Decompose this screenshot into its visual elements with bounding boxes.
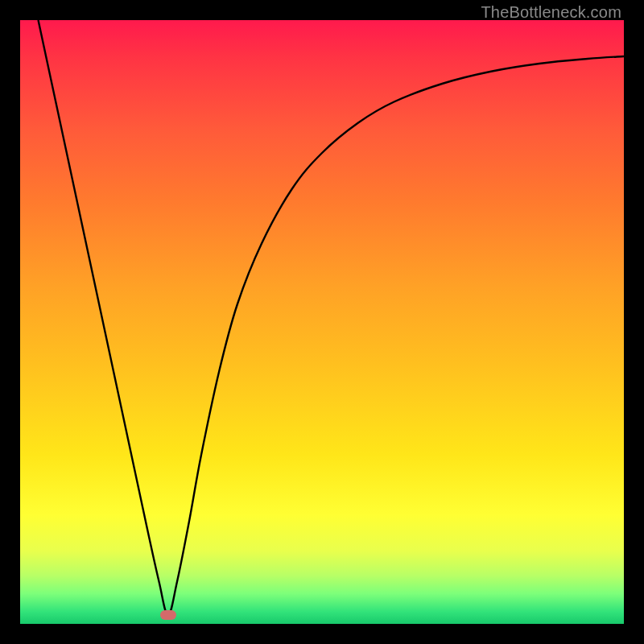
plot-area xyxy=(20,20,624,624)
watermark-text: TheBottleneck.com xyxy=(481,3,621,22)
bottleneck-curve xyxy=(20,20,624,624)
curve-path xyxy=(39,20,625,615)
chart-frame: TheBottleneck.com xyxy=(0,0,644,644)
optimum-marker xyxy=(160,610,176,620)
